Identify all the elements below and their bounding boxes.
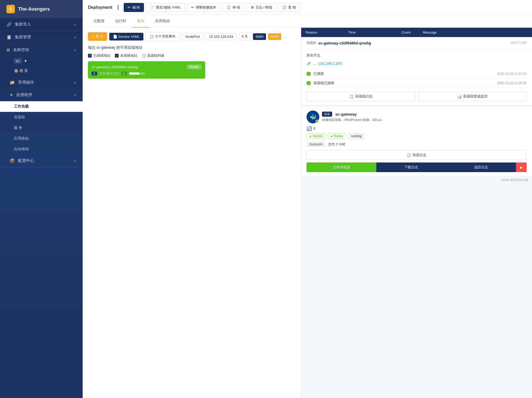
endpoint-title: 端点 sc-gateway 的可用后端地址 [88,45,296,50]
docker-icon: 🐳 [307,111,319,123]
days-tag: 4 天 [239,33,251,40]
pod-card-header: sc-gateway-c5df8486d-qnwbg Ready [92,64,201,69]
cg-label: 容器组 [307,41,316,45]
sidebar-item-workload[interactable]: 工作负载 [0,101,83,112]
ready-status-icon: ✓ [307,81,311,85]
pod-c-badge: C [92,72,97,75]
tab-runtime[interactable]: 运行时 [110,15,132,28]
more-indicator: ... [283,35,286,39]
sidebar-item-config-center[interactable]: 📦 配置中心 ∨ [0,155,83,167]
restart-icon: 🔄 [307,126,312,131]
overview-icon: 🏠 [14,68,19,73]
download-log-button[interactable]: 下载日志 [376,163,446,172]
filter-notready-label[interactable]: ✓ 未就绪地址 [115,53,138,58]
cg-log-button[interactable]: 📋 容器组日志 [307,92,415,101]
scheduled-status-icon: ✓ [307,72,311,76]
scheduled-label: 已调度 [313,71,324,76]
sidebar-item-overview[interactable]: 🏠 概 要 [0,66,83,76]
filter-ready-checkbox[interactable]: ✓ [88,54,92,58]
page-title: Deployment [88,5,118,10]
pod-progress-bar [129,72,145,75]
sidebar-item-app[interactable]: ✈ 应用程序 ∧ [0,89,83,101]
sidebar-item-cluster-import[interactable]: 🔗 集群导入 ∨ [0,18,83,31]
container-info: 容器 sc-gateway 镜像抓取策略：IfNotPresent 镜像：k8s… [322,112,527,122]
node-ip: (192.168.2.187) [318,62,342,66]
preview-yaml-icon: 📄 [150,5,154,9]
more-icon: ▶ [520,165,523,169]
yaml-button[interactable]: 📄 Service YAML [109,33,144,40]
started-dot: ● [309,134,311,138]
workload-label: 工作负载 [14,104,29,108]
event-scheduled: ✓ 已调度 2022-10-28 11:27:34 [307,69,527,79]
container-badge: 容器 [322,112,332,117]
container-list-link[interactable]: 📋 容器组列表 [142,53,164,58]
container-log-button[interactable]: 📋 容器日志 [307,150,527,160]
sidebar-item-namespace[interactable]: ⊞ 名称空间 ∧ [0,44,83,56]
replicate-icon: 📋 [282,5,287,9]
pod-ready-badge: Ready [187,64,201,69]
overview-label: 概 要 [19,68,28,73]
cluster-manage-label: 集群管理 [15,35,31,40]
expand-button[interactable]: ∨ 展 开 [88,32,107,41]
event-copy-icon: 📋 [150,35,154,39]
tab-metadata[interactable]: 元数据 [88,15,110,28]
file-browser-button[interactable]: 文件浏览器 [307,163,376,172]
sidebar-item-cluster-manage[interactable]: 📋 集群管理 ∨ [0,31,83,43]
yaml-icon: 📄 [113,35,118,39]
cg-title: 容器组 sc-gateway-c5df8486d-qnwbg [307,41,371,45]
sidebar-item-container-group[interactable]: 容器组 [0,112,83,123]
node-link[interactable]: ... [313,62,316,66]
sidebar-item-common-ops[interactable]: 📁 常用操作 ∨ [0,76,83,89]
trace-log-button[interactable]: 追踪日志 [446,163,516,172]
logs-button[interactable]: 🖥 日志 / 终端 [247,3,276,12]
cluster-import-label: 集群导入 [15,22,31,27]
cg-monitor-button[interactable]: 📊 容器组资源监控 [418,92,527,101]
filter-ready-label[interactable]: ✓ 已就绪地址 [88,53,111,58]
started-at-value: 大约 7 小时 [328,142,345,147]
sidebar-section-cluster-import: 🔗 集群导入 ∨ [0,18,83,31]
sidebar-logo[interactable]: ⚙ The-Avengers [0,0,83,18]
namespace-selector[interactable]: sc ▼ [0,56,83,66]
cluster-import-icon: 🔗 [6,22,12,27]
replicate-button[interactable]: 📋 复 制 [278,3,300,12]
pod-ip: 172.16.2.212 [99,71,119,75]
filter-notready-checkbox[interactable]: ✓ [115,54,119,58]
sidebar-item-service[interactable]: 服 务 [0,123,83,133]
cluster-import-chevron: ∨ [74,23,76,26]
config-center-label: 配置中心 [18,158,34,163]
expand-chevron-icon: ∨ [92,35,94,39]
common-ops-label: 常用操作 [18,80,34,85]
events-button[interactable]: 📋 0 个关联事件 [146,32,180,41]
scale-button[interactable]: 📋 伸 缩 [223,3,244,12]
copy-icon: 📋 [142,54,146,58]
cluster-manage-icon: 📋 [6,35,12,40]
ready-dot: ● [331,134,333,138]
node-section-label: 所在节点 [307,53,320,58]
status-tags: ● Started ● Ready running [307,133,527,139]
container-log-icon: 📋 [407,153,411,157]
adjust-image-button[interactable]: ✏ 调整镜像版本 [187,3,220,12]
main-area: Deployment ✏ 编 辑 📄 预览/编辑 YAML ✏ 调整镜像版本 📋… [83,0,532,398]
ready-label: 容器组已就绪 [313,81,334,86]
left-panel: ∨ 展 开 📄 Service YAML 📋 0 个关联事件 NodePort … [83,28,301,398]
common-ops-chevron: ∨ [74,81,76,84]
col-reason: Reason [305,30,348,34]
container-actions: 文件浏览器 下载日志 追踪日志 ▶ [307,163,527,172]
config-center-icon: 📦 [10,158,15,163]
cg-actions: 📋 容器组日志 📊 容器组资源监控 [307,92,527,101]
sidebar-item-app-route[interactable]: 应用路由 [0,133,83,144]
more-button[interactable]: ▶ [516,163,527,172]
app-route-label: 应用路由 [14,136,29,140]
container-image-info: 镜像抓取策略：IfNotPresent 镜像：k8s.yu [322,118,527,122]
sidebar-item-auto-scale[interactable]: 自动伸缩 [0,144,83,155]
edit-button[interactable]: ✏ 编 辑 [124,3,144,12]
edit-icon: ✏ [128,5,131,9]
container-name: sc-gateway [335,112,357,116]
app-chevron: ∧ [74,93,76,97]
ns-dropdown-icon: ▼ [24,59,27,63]
preview-yaml-button[interactable]: 📄 预览/编辑 YAML [146,3,185,12]
app-label: 应用程序 [16,92,32,98]
tab-app-route[interactable]: 应用路由 [150,15,175,28]
tab-service[interactable]: 服务 [132,15,150,28]
ready-time: 2022-10-28 11:29:05 [497,81,527,85]
